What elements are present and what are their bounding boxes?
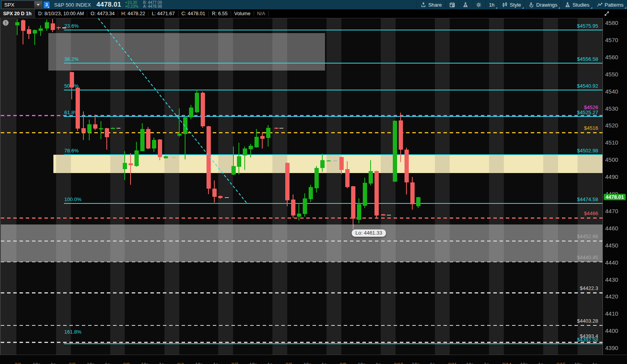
y-axis-tick-label: 4560 <box>605 54 618 60</box>
share-icon <box>420 2 426 8</box>
x-axis-time-label: 1p <box>267 362 272 364</box>
x-axis-time-label: 1p <box>321 362 327 364</box>
pattern-icon <box>597 2 603 8</box>
button-label: Drawings <box>536 2 557 8</box>
y-axis-tick-label: 4540 <box>605 88 618 95</box>
x-axis-time-label: 1p <box>51 362 56 364</box>
x-axis-time-label: 1p <box>592 362 597 364</box>
x-axis-time-label: 1p <box>159 362 164 364</box>
y-axis-tick-label: 4580 <box>605 19 618 26</box>
button-label: Share <box>428 2 442 8</box>
x-axis-time-label: 10a <box>574 362 582 364</box>
button-label: Patterns <box>605 2 623 8</box>
hand-icon <box>528 2 534 8</box>
ohlc-bar: SPX 20 D 1h D: 8/10/23, 10:00 AMO: 4473.… <box>0 9 627 18</box>
y-axis-tick-label: 4430 <box>605 276 618 283</box>
x-axis-date-label: 8/8 <box>286 362 292 364</box>
trading-app-window: SPX 3 S&P 500 INDEX 4478.01 +10.30+0.23%… <box>0 0 627 364</box>
y-axis-tick-label: 4470 <box>605 208 618 214</box>
x-axis-time-label: 1p <box>538 362 543 364</box>
bid-ask: B: 4477.09A: 4478.98 <box>143 1 162 9</box>
patterns-button[interactable]: Patterns <box>593 0 627 9</box>
x-axis-time-label: 1p <box>484 362 489 364</box>
x-axis-date-label: 8/7 <box>231 362 238 364</box>
gear-button[interactable] <box>472 0 485 9</box>
y-axis-tick-label: 4450 <box>605 242 618 249</box>
candles-icon <box>502 2 508 8</box>
symbol-value[interactable]: SPX <box>2 2 34 8</box>
x-axis-time-label: 10a <box>304 362 311 364</box>
dropdown-corner-icon <box>522 7 524 9</box>
y-axis-tick-label: 4520 <box>605 122 618 129</box>
x-axis-time-label: 10a <box>87 362 95 364</box>
x-axis-time-label: 1p <box>213 362 218 364</box>
x-axis-time-label: 1p <box>376 362 381 364</box>
button-label: Studies <box>572 2 589 8</box>
trendline-drawing[interactable] <box>98 18 247 203</box>
dropdown-corner-icon <box>496 7 497 9</box>
y-axis-tick-label: 4490 <box>605 173 618 180</box>
chart-title-chip[interactable]: SPX 20 D 1h <box>0 9 35 18</box>
dropdown-corner-icon <box>591 7 592 9</box>
x-axis-date-label: 8/14 <box>502 362 511 364</box>
ohlc-item: D: 8/10/23, 10:00 AM <box>35 11 87 17</box>
x-axis-date-label: 8/9 <box>340 362 346 364</box>
ohlc-items: D: 8/10/23, 10:00 AMO: 4473.34H: 4478.22… <box>35 11 269 17</box>
share-button[interactable]: Share <box>417 0 445 9</box>
ohlc-item: N/A <box>254 11 269 17</box>
ohlc-item: L: 4471.67 <box>148 11 178 17</box>
1h-button[interactable]: 1h <box>485 0 498 9</box>
ohlc-item: Volume <box>231 11 254 17</box>
dropdown-corner-icon <box>625 7 626 9</box>
y-axis-tick-label: 4440 <box>605 259 618 266</box>
ohlc-item: O: 4473.34 <box>87 11 118 17</box>
x-axis-time-label: 10a <box>358 362 366 364</box>
calendar-button[interactable] <box>445 0 459 9</box>
x-axis-time-label: 10a <box>520 362 528 364</box>
flask-button[interactable] <box>459 0 472 9</box>
drawings-button[interactable]: Drawings <box>525 0 561 9</box>
chevron-down-icon <box>37 4 40 6</box>
x-axis-date-label: 8/10 <box>394 362 403 364</box>
x-axis-time-label: 10a <box>141 362 149 364</box>
x-axis-time-label: 10a <box>33 362 41 364</box>
x-axis-date-label: 8/3 <box>123 362 130 364</box>
x-axis-time-label: 10a <box>195 362 203 364</box>
x-axis-date-label: 8/2 <box>69 362 76 364</box>
x-axis-time-label: 10a <box>466 362 474 364</box>
instrument-name: S&P 500 INDEX <box>54 2 91 8</box>
y-axis-tick-label: 4550 <box>605 71 618 78</box>
symbol-dropdown-button[interactable] <box>34 1 42 8</box>
collapse-chart-icon[interactable] <box>604 11 610 18</box>
y-axis-tick-label: 4460 <box>605 225 618 231</box>
time-axis[interactable]: 8/110a1p8/210a1p8/310a1p8/410a1p8/710a1p… <box>0 355 627 364</box>
price-axis[interactable]: 4580457045604550454045304520451045004490… <box>602 18 627 355</box>
y-axis-tick-label: 4390 <box>605 345 618 351</box>
calendar-icon <box>449 2 455 8</box>
gear-icon <box>476 2 482 8</box>
x-axis-time-label: 1p <box>430 362 435 364</box>
x-axis-time-label: 10a <box>249 362 257 364</box>
y-axis-tick-label: 4510 <box>605 139 618 146</box>
last-price-badge: 4478.01 <box>604 194 626 200</box>
drawing-overlay <box>1 18 603 355</box>
y-axis-tick-label: 4530 <box>605 105 618 112</box>
price-chart[interactable]: ! 23.6%$4575.9538.2%$4556.5850.0%$4540.9… <box>0 18 603 355</box>
y-axis-tick-label: 4410 <box>605 310 618 317</box>
button-label: 1h <box>489 2 495 8</box>
style-button[interactable]: Style <box>498 0 525 9</box>
dropdown-corner-icon <box>558 7 560 9</box>
y-axis-tick-label: 4500 <box>605 156 618 163</box>
linked-group-badge[interactable]: 3 <box>44 2 49 8</box>
low-value-tooltip: Lo: 4461.33 <box>351 229 386 237</box>
last-price: 4478.01 <box>96 1 121 9</box>
x-axis-time-label: 1p <box>105 362 110 364</box>
x-axis-time-label: 10a <box>412 362 420 364</box>
symbol-input[interactable]: SPX <box>1 0 42 9</box>
x-axis-date-label: 8/15 <box>556 362 565 364</box>
studies-button[interactable]: Studies <box>561 0 593 9</box>
flask-icon <box>565 2 570 8</box>
y-axis-tick-label: 4420 <box>605 293 618 300</box>
x-axis-date-label: 8/11 <box>448 362 457 364</box>
ohlc-item: H: 4478.22 <box>118 11 148 17</box>
